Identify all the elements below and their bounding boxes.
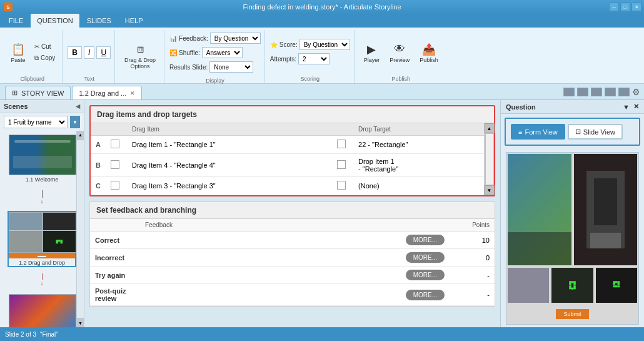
scroll-down-arrow[interactable]: ▼ bbox=[77, 318, 84, 327]
underline-button[interactable]: U bbox=[96, 46, 111, 59]
minimize-button[interactable]: ─ bbox=[609, 3, 619, 11]
th-empty1 bbox=[91, 123, 106, 136]
feedback-icon: 📊 bbox=[169, 35, 177, 42]
table-row: Try again MORE... - bbox=[90, 267, 495, 284]
right-panel-title: Question bbox=[506, 103, 536, 111]
slide-view-button[interactable]: ⊡ Slide View bbox=[568, 124, 623, 140]
right-panel-collapse-icon[interactable]: ▼ bbox=[623, 103, 630, 111]
checkbox-b-drag[interactable] bbox=[111, 160, 119, 169]
right-panel-close-icon[interactable]: ✕ bbox=[633, 103, 639, 111]
score-select[interactable]: By Question bbox=[299, 39, 350, 50]
view-icon-3[interactable] bbox=[591, 88, 602, 96]
checkbox-a-drag[interactable] bbox=[111, 140, 119, 148]
view-icon-2[interactable] bbox=[577, 88, 588, 96]
menu-question[interactable]: QUESTION bbox=[31, 14, 79, 28]
view-icon-1[interactable] bbox=[563, 88, 575, 96]
th-checkbox2 bbox=[332, 123, 353, 136]
scenes-collapse-icon[interactable]: ◀ bbox=[76, 103, 80, 109]
player-button[interactable]: ▶ Player bbox=[360, 35, 385, 70]
shuffle-select[interactable]: Answers bbox=[202, 47, 243, 58]
scene-dropdown[interactable]: 1 Fruit by name bbox=[4, 116, 68, 128]
results-slide-control: Results Slide: None bbox=[169, 61, 261, 73]
right-panel-header: Question ▼ ✕ bbox=[501, 100, 644, 114]
shuffle-icon: 🔀 bbox=[169, 49, 177, 56]
cut-icon: ✂ bbox=[34, 43, 39, 50]
slide-thumb-img-1-3 bbox=[9, 294, 76, 327]
publish-icon: 📤 bbox=[421, 42, 436, 57]
postquiz-more-button[interactable]: MORE... bbox=[406, 290, 445, 300]
scroll-up-arrow[interactable]: ▲ bbox=[77, 131, 84, 140]
connector-red-arrow: ↓ bbox=[41, 280, 44, 287]
slide-thumb-1-3[interactable]: 1.3 Congratulations bbox=[8, 293, 76, 327]
drag-scroll-down[interactable]: ▼ bbox=[485, 185, 495, 195]
correct-more-button[interactable]: MORE... bbox=[406, 235, 445, 245]
results-slide-select[interactable]: None bbox=[209, 61, 253, 73]
table-row: Incorrect MORE... 0 bbox=[90, 249, 495, 267]
connector-2: ↓ bbox=[41, 272, 44, 288]
feedback-postquiz-more-cell: MORE... bbox=[140, 284, 457, 306]
drag-scroll-up[interactable]: ▲ bbox=[485, 123, 495, 133]
feedback-table-header: Feedback Points bbox=[90, 219, 495, 232]
row-b-drag-item: Drag Item 4 - "Rectangle 4" bbox=[127, 154, 332, 177]
attempts-select[interactable]: 2 bbox=[298, 53, 330, 64]
preview-bottom: █▀██▄█ █▀█▀▀▀ bbox=[506, 267, 638, 304]
scene-dropdown-arrow[interactable]: ▼ bbox=[70, 116, 80, 128]
preview-img-5: █▀█▀▀▀ bbox=[596, 268, 637, 303]
copy-button[interactable]: ⧉ Copy bbox=[31, 53, 58, 64]
row-b-drop-target: Drop Item 1 - "Rectangle" bbox=[353, 154, 484, 177]
incorrect-more-button[interactable]: MORE... bbox=[406, 252, 445, 263]
submit-preview-button[interactable]: Submit bbox=[556, 309, 588, 319]
tab-drag-drop[interactable]: 1.2 Drag and ... ✕ bbox=[72, 86, 142, 99]
paste-button[interactable]: 📋 Paste bbox=[6, 35, 30, 70]
restore-button[interactable]: □ bbox=[620, 3, 630, 11]
menu-file[interactable]: FILE bbox=[3, 14, 29, 28]
connector-1: ↓ bbox=[41, 189, 44, 206]
scenes-title: Scenes bbox=[4, 103, 28, 110]
slide-thumb-1-1[interactable]: 1.1 Welcome bbox=[8, 133, 76, 184]
tab-close-icon[interactable]: ✕ bbox=[130, 90, 135, 96]
italic-button[interactable]: I bbox=[84, 46, 94, 59]
copy-icon: ⧉ bbox=[34, 54, 39, 62]
preview-img-1 bbox=[508, 154, 571, 265]
tryagain-more-button[interactable]: MORE... bbox=[406, 270, 445, 280]
view-icon-4[interactable] bbox=[605, 88, 616, 96]
view-icon-5[interactable] bbox=[618, 88, 630, 96]
right-panel-controls: ▼ ✕ bbox=[623, 103, 639, 111]
tab-story-view[interactable]: ⊞ STORY VIEW bbox=[5, 86, 71, 99]
feedback-select[interactable]: By Question bbox=[210, 33, 261, 44]
preview-button[interactable]: 👁 Preview bbox=[385, 35, 414, 70]
menu-slides[interactable]: SLIDES bbox=[81, 14, 118, 28]
drag-drop-table-container: Drag Item Drop Target A Drag Item 1 - "R… bbox=[91, 123, 494, 195]
drag-table-scroll: ▲ ▼ bbox=[484, 123, 494, 195]
slide-thumb-1-2[interactable]: █▀█ ▬▬ 1.2 Drag and Drop bbox=[8, 211, 76, 267]
drag-drop-options-button[interactable]: ⧈ Drag & Drop Options bbox=[120, 38, 160, 73]
preview-img-2 bbox=[574, 154, 638, 265]
view-selector: ≡ Form View ⊡ Slide View bbox=[506, 119, 639, 145]
window-controls[interactable]: ─ □ ✕ bbox=[609, 3, 641, 11]
clipboard-label: Clipboard bbox=[6, 74, 58, 82]
main-layout: Scenes ◀ 1 Fruit by name ▼ 1.1 bbox=[0, 100, 644, 327]
preview-icon: 👁 bbox=[392, 42, 407, 57]
close-button[interactable]: ✕ bbox=[631, 3, 641, 11]
bold-button[interactable]: B bbox=[68, 46, 82, 59]
publish-button[interactable]: 📤 Publish bbox=[415, 35, 443, 70]
cut-button[interactable]: ✂ Cut bbox=[31, 41, 58, 52]
scoring-controls: ⭐ Score: By Question Attempts: 2 bbox=[270, 30, 350, 74]
form-view-button[interactable]: ≡ Form View bbox=[511, 124, 565, 140]
menu-help[interactable]: HELP bbox=[119, 14, 149, 28]
display-label: Display bbox=[169, 76, 261, 84]
checkbox-c-drop[interactable] bbox=[337, 181, 346, 190]
checkbox-c-drag[interactable] bbox=[111, 181, 119, 190]
drag-drop-label bbox=[120, 81, 160, 82]
scroll-track bbox=[77, 140, 84, 318]
drag-drop-table-header: Drag Item Drop Target bbox=[91, 123, 484, 136]
drag-drop-group: ⧈ Drag & Drop Options bbox=[116, 30, 164, 83]
slide-thumb-img-1-1 bbox=[9, 135, 76, 175]
checkbox-b-drop[interactable] bbox=[337, 160, 346, 169]
scenes-scrollbar[interactable]: ▲ ▼ bbox=[76, 131, 84, 327]
gear-icon[interactable]: ⚙ bbox=[632, 87, 640, 97]
scenes-header: Scenes ◀ bbox=[0, 100, 84, 113]
drag-scroll-track bbox=[485, 133, 494, 185]
status-bar: Slide 2 of 3 "Final" bbox=[0, 327, 644, 341]
checkbox-a-drop[interactable] bbox=[337, 140, 346, 148]
